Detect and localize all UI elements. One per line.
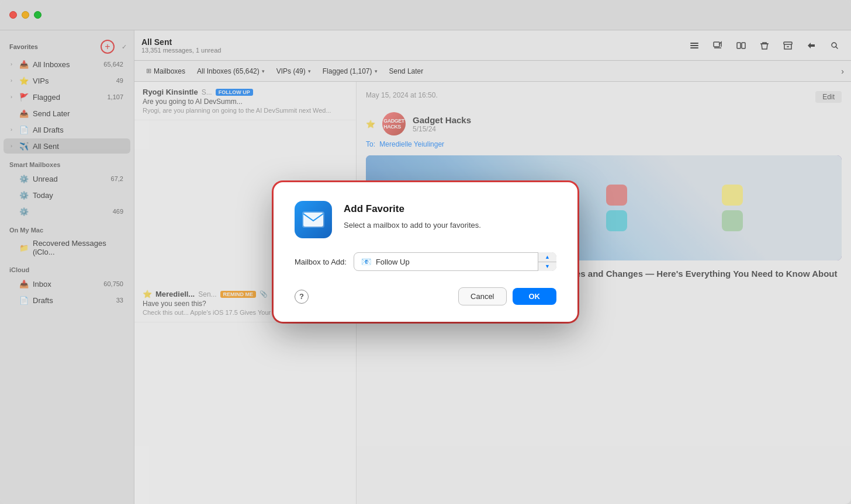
chevron-down-icon: ▼ [545,263,550,269]
stepper-down-button[interactable]: ▼ [538,262,556,272]
add-favorite-dialog: Add Favorite Select a mailbox to add to … [274,182,577,322]
mailbox-select[interactable]: 📧 Follow Up [354,252,556,271]
mailbox-label: Mailbox to Add: [295,258,347,266]
mailbox-select-value: Follow Up [376,258,410,266]
dialog-header: Add Favorite Select a mailbox to add to … [295,201,556,238]
svg-rect-9 [303,213,323,227]
dialog-text: Add Favorite Select a mailbox to add to … [344,201,481,231]
help-button[interactable]: ? [295,290,309,304]
dialog-app-icon [295,201,332,238]
dialog-overlay: Add Favorite Select a mailbox to add to … [0,0,851,504]
mail-window: Favorites + ✓ › 📥 All Inboxes 65,642 › ⭐… [0,0,851,504]
dialog-form-row: Mailbox to Add: 📧 Follow Up ▲ ▼ [295,252,556,271]
mailbox-select-icon: 📧 [361,257,371,266]
mail-envelope-icon [302,211,324,228]
cancel-button[interactable]: Cancel [458,287,506,305]
chevron-up-icon: ▲ [545,254,550,260]
select-stepper: ▲ ▼ [538,252,556,271]
dialog-footer: ? Cancel OK [295,287,556,305]
stepper-up-button[interactable]: ▲ [538,252,556,262]
ok-button[interactable]: OK [513,288,557,305]
mailbox-select-wrapper: 📧 Follow Up ▲ ▼ [354,252,556,271]
dialog-description: Select a mailbox to add to your favorite… [344,220,481,231]
dialog-title: Add Favorite [344,203,481,215]
